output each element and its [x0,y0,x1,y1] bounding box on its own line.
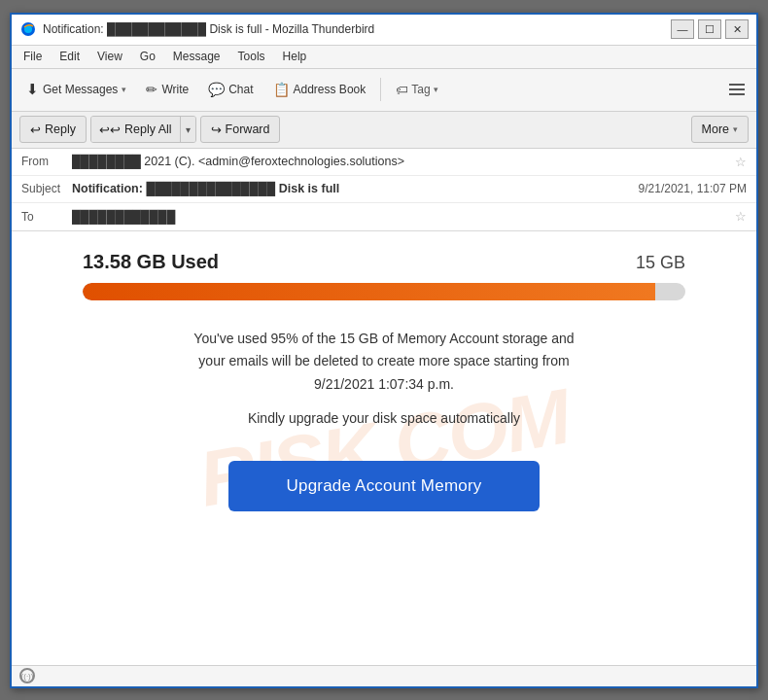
menu-bar: File Edit View Go Message Tools Help [12,46,756,69]
reply-all-icon: ↩↩ [99,122,121,137]
message-line2: your emails will be deleted to create mo… [198,353,569,368]
menu-message[interactable]: Message [165,48,228,65]
connection-icon-char: ((·)) [21,672,34,681]
write-label: Write [161,83,189,96]
storage-total-label: 15 GB [636,253,685,273]
forward-icon: ↪ [211,122,222,137]
reply-all-main[interactable]: ↩↩ Reply All [91,117,181,142]
email-header: ↩ Reply ↩↩ Reply All ▾ ↪ Forward More ▾ [12,112,756,231]
storage-row: 13.58 GB Used 15 GB [83,251,685,273]
reply-all-button-split[interactable]: ↩↩ Reply All ▾ [90,116,196,143]
connection-status-icon: ((·)) [19,668,35,683]
reply-all-dropdown-icon[interactable]: ▾ [181,117,195,142]
subject-row: Subject Notification: ███████████████ Di… [12,176,756,203]
to-star-icon[interactable]: ☆ [735,209,747,224]
toolbar: ⬇ Get Messages ▾ ✏ Write 💬 Chat 📋 Addres… [12,69,756,112]
subject-label: Subject [21,182,72,195]
menu-view[interactable]: View [89,48,130,65]
window-title: Notification: ████████████ Disk is full … [43,22,671,36]
status-bar: ((·)) [12,665,756,686]
menu-go[interactable]: Go [132,48,163,65]
to-value: ████████████ [72,210,731,224]
tag-icon: 🏷 [396,83,408,97]
from-label: From [21,155,72,168]
app-icon [19,20,37,38]
address-book-label: Address Book [294,83,367,96]
get-messages-dropdown-icon[interactable]: ▾ [122,85,126,94]
get-messages-button[interactable]: ⬇ Get Messages ▾ [17,74,135,105]
storage-progress-fill [83,283,655,300]
reply-label: Reply [45,122,76,136]
get-messages-label: Get Messages [43,83,118,96]
forward-label: Forward [226,122,270,136]
email-body: 13.58 GB Used 15 GB You've used 95% of t… [83,251,685,511]
action-bar: ↩ Reply ↩↩ Reply All ▾ ↪ Forward More ▾ [12,112,756,149]
hamburger-line-1 [729,84,745,86]
message-paragraph: You've used 95% of the 15 GB of Memory A… [193,328,574,397]
tag-label: Tag [411,83,430,96]
menu-tools[interactable]: Tools [230,48,273,65]
hamburger-line-3 [729,93,745,95]
from-star-icon[interactable]: ☆ [735,155,747,169]
from-row: From ████████ 2021 (C). <admin@feroxtech… [12,149,756,176]
close-button[interactable]: ✕ [725,19,749,39]
hamburger-menu-button[interactable] [723,76,751,103]
write-icon: ✏ [146,82,157,97]
upgrade-account-memory-button[interactable]: Upgrade Account Memory [228,461,541,511]
message-line3: 9/21/2021 1:07:34 p.m. [314,376,454,392]
address-book-icon: 📋 [273,82,290,97]
reply-icon: ↩ [30,122,41,137]
subject-text: Notification: ███████████████ Disk is fu… [72,182,339,195]
address-book-button[interactable]: 📋 Address Book [264,74,375,105]
message-upgrade-hint: Kindly upgrade your disk space automatic… [248,410,520,426]
write-button[interactable]: ✏ Write [137,74,197,105]
message-line1: You've used 95% of the 15 GB of Memory A… [193,331,574,346]
menu-file[interactable]: File [16,48,50,65]
menu-edit[interactable]: Edit [52,48,87,65]
menu-help[interactable]: Help [275,48,315,65]
storage-used-label: 13.58 GB Used [83,251,219,273]
from-value: ████████ 2021 (C). <admin@feroxtechnolog… [72,155,731,168]
more-button[interactable]: More ▾ [691,116,749,143]
subject-value: Notification: ███████████████ Disk is fu… [72,182,639,195]
window-controls: — ☐ ✕ [671,19,749,39]
tag-button[interactable]: 🏷 Tag ▾ [387,78,446,102]
storage-progress-bar [83,283,685,300]
to-row: To ████████████ ☆ [12,203,756,230]
toolbar-separator [380,78,381,101]
chat-button[interactable]: 💬 Chat [199,74,262,105]
chat-icon: 💬 [208,82,225,97]
hamburger-line-2 [729,88,745,90]
minimize-button[interactable]: — [671,19,694,39]
more-dropdown-icon: ▾ [733,124,738,134]
maximize-button[interactable]: ☐ [698,19,721,39]
thunderbird-window: Notification: ████████████ Disk is full … [10,13,758,688]
forward-button[interactable]: ↪ Forward [200,116,281,143]
tag-dropdown-icon[interactable]: ▾ [434,85,438,94]
email-content: RISK.COM 13.58 GB Used 15 GB You've used… [12,231,756,665]
reply-all-label: Reply All [124,122,172,136]
more-label: More [702,122,729,136]
chat-label: Chat [228,83,253,96]
to-label: To [21,210,72,224]
email-date: 9/21/2021, 11:07 PM [639,182,747,195]
title-bar: Notification: ████████████ Disk is full … [12,15,756,46]
reply-button[interactable]: ↩ Reply [19,116,87,143]
get-messages-icon: ⬇ [26,81,39,98]
